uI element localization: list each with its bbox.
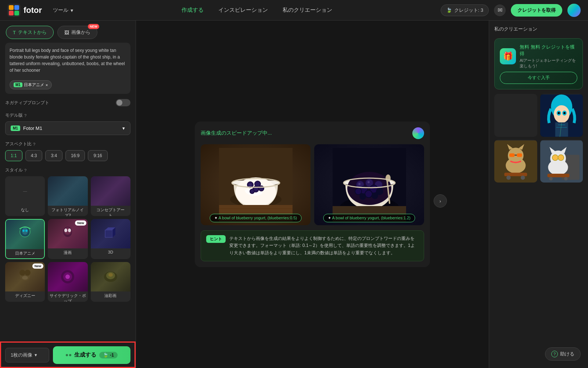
aspect-help-icon: ? <box>33 142 35 146</box>
get-now-button[interactable]: 今すぐ入手 <box>500 72 577 84</box>
images-row: ✦ A bowl of blueberry yogurt, (blueberri… <box>201 144 424 225</box>
image-count-label: 1枚の画像 <box>11 352 32 358</box>
image-count-select[interactable]: 1枚の画像 ▾ <box>5 348 49 362</box>
help-label: 助ける <box>560 351 574 357</box>
loading-dots <box>66 354 71 356</box>
aspect-4-3[interactable]: 4:3 <box>25 150 43 161</box>
svg-point-61 <box>365 191 372 197</box>
leaf-icon: 🍃 <box>446 7 452 13</box>
style-psychedelic[interactable]: サイケデリック・ポップ <box>48 262 87 302</box>
style-section: スタイル ? — なし フォトリアルノイズ2 コンセプトアート <box>0 165 136 305</box>
svg-point-106 <box>558 155 563 160</box>
style-none[interactable]: — なし <box>5 176 45 216</box>
nav-mycreations[interactable]: 私のクリエーション <box>283 7 332 14</box>
style-3d-name: 3D <box>91 248 130 256</box>
style-grid: — なし フォトリアルノイズ2 コンセプトアート <box>5 176 130 302</box>
remove-tag-icon[interactable]: × <box>46 83 48 87</box>
nav-inspiration[interactable]: インスピレーション <box>218 7 268 14</box>
aspect-9-16[interactable]: 9:16 <box>88 150 107 161</box>
svg-point-19 <box>22 276 28 280</box>
model-chevron-icon: ▾ <box>122 125 125 131</box>
tab-from-text[interactable]: T テキストから <box>6 26 54 39</box>
aspect-3-4[interactable]: 3:4 <box>45 150 62 161</box>
svg-rect-108 <box>547 174 569 177</box>
model-select[interactable]: M1 Fotor M1 ▾ <box>5 121 130 135</box>
tab-from-image[interactable]: 🖼 画像から NEW <box>57 26 97 39</box>
aspect-options: 1:1 4:3 3:4 16:9 9:16 <box>5 150 130 161</box>
m1-label: M1 <box>14 82 22 87</box>
header-nav-center: 作成する インスピレーション 私のクリエーション <box>182 7 332 14</box>
generation-card: 画像生成のスピードアップ中... <box>195 121 430 267</box>
logo[interactable]: fotor <box>7 4 42 17</box>
style-concept[interactable]: コンセプトアート <box>91 176 130 216</box>
svg-point-25 <box>108 273 113 277</box>
style-3d[interactable]: 3D <box>91 219 130 259</box>
style-photo2-name: フォトリアルノイズ2 <box>48 206 87 216</box>
m1-badge: M1 <box>11 125 20 131</box>
svg-point-53 <box>368 181 370 183</box>
aspect-16-9[interactable]: 16:9 <box>65 150 85 161</box>
tag-m1-anime[interactable]: M1 日本アニメ × <box>10 80 52 89</box>
gallery-item-empty[interactable] <box>494 94 537 137</box>
svg-point-75 <box>553 105 569 123</box>
my-creations-title: 私のクリエーション <box>494 26 583 32</box>
hint-text: テキストから画像を生成の結果をよりよく制御するために、特定のプロンプトワードの重… <box>229 235 419 256</box>
svg-point-31 <box>249 184 251 186</box>
style-concept-thumb <box>91 176 130 206</box>
svg-point-47 <box>347 172 391 205</box>
svg-point-104 <box>552 155 557 160</box>
svg-rect-4 <box>14 11 19 15</box>
svg-rect-1 <box>9 5 14 10</box>
gallery-item-cat[interactable] <box>494 140 537 183</box>
svg-point-78 <box>557 112 560 114</box>
prompt-text[interactable]: Portrait full legs body and face of sexy… <box>10 47 126 77</box>
style-oilpaint[interactable]: 油彩画 <box>91 262 130 302</box>
right-gallery <box>494 94 583 183</box>
gift-icon: 🎁 <box>500 48 516 64</box>
help-button[interactable]: ? 助ける <box>545 347 581 361</box>
image-box-2[interactable]: ✦ A bowl of blueberry yogurt, (blueberri… <box>314 144 424 225</box>
svg-point-18 <box>25 270 31 276</box>
prompt-area[interactable]: Portrait full legs body and face of sexy… <box>5 43 130 94</box>
main-layout: T テキストから 🖼 画像から NEW Portrait full legs b… <box>0 21 588 368</box>
tools-nav[interactable]: ツール ▾ <box>53 7 73 14</box>
bottom-bar: 1枚の画像 ▾ 生成する 🍃 -1 <box>0 342 136 368</box>
svg-point-37 <box>250 190 254 193</box>
style-manga-name: 漫画 <box>48 248 87 257</box>
svg-point-94 <box>506 175 511 180</box>
prompt-tags: M1 日本アニメ × <box>10 80 126 89</box>
get-credits-button[interactable]: クレジットを取得 <box>511 4 562 17</box>
new-badge: NEW <box>88 24 99 29</box>
svg-rect-93 <box>504 173 527 176</box>
style-disney[interactable]: New ディズニー <box>5 262 45 302</box>
style-photo2[interactable]: フォトリアルノイズ2 <box>48 176 87 216</box>
nav-create[interactable]: 作成する <box>182 7 204 14</box>
model-select-left: M1 Fotor M1 <box>11 125 42 131</box>
svg-rect-3 <box>9 11 14 15</box>
image-box-1[interactable]: ✦ A bowl of blueberry yogurt, (blueberri… <box>201 144 311 225</box>
model-name: Fotor M1 <box>23 125 42 131</box>
model-label: モデル版 ? <box>5 112 130 118</box>
gallery-item-white-cat[interactable] <box>540 140 583 183</box>
style-manga[interactable]: New 漫画 <box>48 219 87 259</box>
svg-point-17 <box>19 270 25 276</box>
svg-rect-2 <box>14 5 19 10</box>
svg-point-110 <box>564 177 568 180</box>
avatar[interactable] <box>567 4 581 17</box>
style-anime[interactable]: 日本アニメ <box>5 219 45 259</box>
hint-tag: ヒント <box>206 235 226 243</box>
tools-label: ツール <box>53 7 68 14</box>
chevron-right-button[interactable]: › <box>434 194 447 208</box>
generate-button[interactable]: 生成する 🍃 -1 <box>53 346 130 364</box>
svg-point-50 <box>358 183 361 185</box>
center-content: 画像生成のスピードアップ中... <box>136 21 489 368</box>
negative-prompt-row: ネガティブプロンプト <box>0 98 136 110</box>
negative-prompt-toggle[interactable] <box>116 99 130 106</box>
aspect-1-1[interactable]: 1:1 <box>5 150 22 161</box>
aspect-section: アスペクト比 ? 1:1 4:3 3:4 16:9 9:16 <box>0 139 136 165</box>
mail-icon[interactable]: ✉ <box>494 4 506 16</box>
svg-point-68 <box>386 174 391 182</box>
right-panel: 私のクリエーション 🎁 無料 無料 クレジットを獲得 AIアートジェネレーティン… <box>489 21 588 368</box>
gallery-item-anime[interactable] <box>540 94 583 137</box>
style-oilpaint-thumb <box>91 262 130 291</box>
